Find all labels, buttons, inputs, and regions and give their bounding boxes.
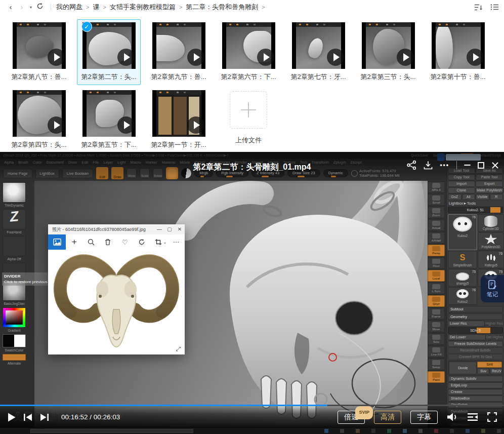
zbrush-right-shelf-item: Solo [428,333,445,345]
tool-badge: 76 [499,252,502,255]
play-overlay-icon[interactable] [117,116,135,134]
plus-icon [241,102,256,117]
video-title-label: 第2章第三节：头... [357,72,419,82]
notes-button[interactable]: 笔记 [481,275,504,302]
zbrush-left-shelf-item: Alpha Off [1,236,27,261]
playlist-icon[interactable] [467,413,478,421]
rotate-icon [133,234,150,250]
favorite-icon: ♡ [116,234,133,250]
playback-speed-button[interactable]: 倍速 SVIP [338,411,365,424]
previous-button[interactable] [23,413,33,421]
video-grid-item[interactable]: ✓ 第2章第七节：牙... [283,18,353,86]
svip-badge: SVIP [355,406,373,419]
more-options-icon[interactable]: ••• [440,162,449,169]
play-overlay-icon[interactable] [397,49,414,66]
video-player[interactable]: ZBrush 2018 Q5_250 • Free Mem 17.230GB •… [0,152,504,434]
video-grid-item[interactable]: ✓ 第2章第八节：兽... [4,18,74,86]
video-grid-item[interactable]: ✓ 第2章第三节：头... [353,18,423,86]
video-thumbnail[interactable]: ✓ [152,22,205,69]
zbrush-right-shelf-icon [432,208,440,213]
tool-badge: 75 [472,270,476,273]
zbrush-shelf-icon [3,354,26,361]
zbrush-right-shelf-icon [432,221,440,226]
upload-dropzone[interactable] [230,91,267,129]
breadcrumb-item[interactable]: 女猎手案例教程模型篇 [110,3,186,12]
play-overlay-icon[interactable] [467,49,484,66]
notes-label: 笔记 [487,291,498,298]
back-button[interactable]: ‹ [5,1,16,14]
forward-button[interactable]: › [16,1,27,14]
refresh-button[interactable] [34,1,46,14]
grid-item-box: ✓ 第2章第三节：头... [356,19,420,85]
taskbar-search-box [30,429,193,433]
zbrush-right-shelf-item: Frame [428,308,445,320]
video-thumbnail[interactable]: ✓ [82,22,136,69]
zbrush-left-shelf-item: Alternate [1,354,27,366]
video-thumbnail[interactable]: ✓ [82,90,136,137]
photos-window-title: 照片 - 604f216f61041dfcc937808045ae99f.jpg [52,226,154,233]
close-button[interactable] [491,162,499,169]
grid-item-box: ✓ 第2章第六节：下... [217,19,280,85]
tool-thumbnail: 76 Xiategu5 [478,251,504,268]
video-thumbnail[interactable]: ✓ [362,22,415,69]
zbrush-right-shelf-item: L.Sym [428,283,445,294]
quality-button[interactable]: 高清 [374,411,401,424]
play-overlay-icon[interactable] [48,49,65,66]
tool-thumbnail: PolyMesh3D [478,232,504,250]
tool-name: Kulou2 [449,300,476,304]
fullscreen-icon[interactable] [487,412,497,422]
thumbnail-zbrush-topbar [366,22,411,27]
thumbnail-zbrush-topbar [17,90,62,95]
add-icon: + [66,234,82,250]
tool-slider: Kulou2. 51 [448,207,503,213]
minimize-button[interactable] [464,165,471,166]
video-thumbnail[interactable]: ✓ [13,22,66,69]
play-overlay-icon[interactable] [187,49,204,66]
breadcrumb-item[interactable]: 第二章：头骨和兽角雕刻 [186,3,268,12]
video-grid-item[interactable]: ✓ 第2章第四节：头... [4,86,74,154]
share-icon[interactable] [407,161,416,170]
play-overlay-icon[interactable] [327,49,344,66]
play-overlay-icon[interactable] [48,116,65,134]
video-thumbnail[interactable]: ✓ [152,90,205,137]
video-grid-item[interactable]: ✓ 第2章第五节：下... [74,86,144,154]
file-grid: ✓ 第2章第八节：兽... ✓ [4,18,500,154]
video-thumbnail[interactable]: ✓ [432,22,485,69]
play-overlay-icon[interactable] [257,49,274,66]
play-overlay-icon[interactable] [117,49,135,66]
video-title-label: 第2章第四节：头... [8,140,70,149]
video-grid-item[interactable]: ✓ 第2章第一节：开... [144,86,214,154]
geometry-row: Dynamic Subdiv [448,376,503,382]
zbrush-right-shelf-item: AAHalf [428,232,445,244]
video-thumbnail[interactable]: ✓ [292,22,345,69]
list-view-icon[interactable] [491,4,499,11]
video-grid-item[interactable]: ✓ 第2章第九节：兽... [144,18,214,86]
tool-thumbnail: 75 shangy5 [448,269,477,287]
zbrush-shelf-label: TrimDynamic [1,203,27,208]
sort-icon[interactable] [474,4,483,11]
player-actions: ••• [407,161,499,170]
video-thumbnail[interactable]: ✓ [13,90,66,137]
zbrush-right-shelf-item: Actual [428,219,445,231]
video-grid-item[interactable]: ✓ 第2章第二节：头... [74,18,144,86]
history-caret-icon[interactable]: ▾ [27,5,34,10]
video-grid-item[interactable]: ✓ 第2章第六节：下... [214,18,283,86]
breadcrumb-item[interactable]: 课 [93,3,109,12]
maximize-button[interactable] [478,162,484,169]
play-button[interactable] [7,412,16,422]
volume-icon[interactable] [447,412,458,422]
upload-grid-item: 上传文件 [214,86,283,154]
geometry-row: EdgeLoop [448,382,503,388]
video-grid-item[interactable]: ✓ 第2章第十节：兽... [423,18,493,86]
selected-check-badge[interactable]: ✓ [81,21,92,32]
tool-name: shangy5 [449,282,476,286]
video-thumbnail[interactable]: ✓ [222,22,275,69]
photos-toolbar: + ♡ ⌄ ⋯ [48,234,185,250]
play-overlay-icon[interactable] [187,116,204,134]
photos-minimize-button: — [154,224,164,234]
next-button[interactable] [39,413,50,421]
view-controls [474,4,499,11]
breadcrumb-item[interactable]: 我的网盘 [56,3,93,12]
download-icon[interactable] [424,161,433,170]
subtitle-button[interactable]: 字幕 [410,411,438,424]
